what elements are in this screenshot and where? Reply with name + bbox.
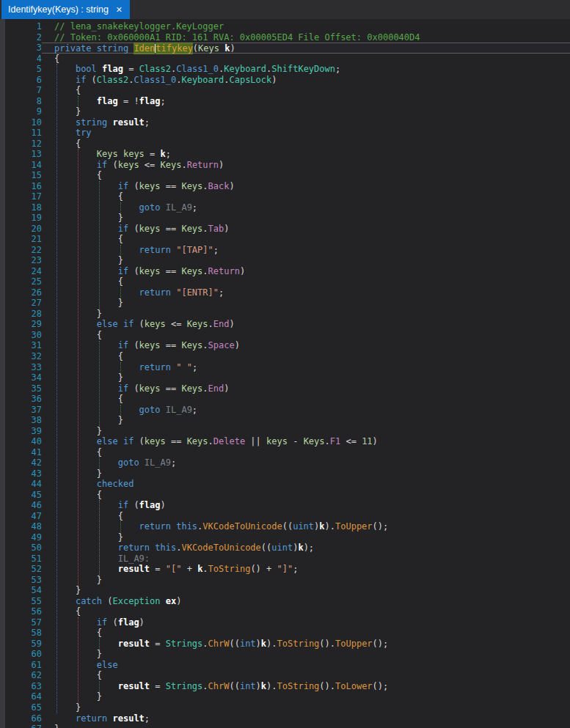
code-line-content: if (keys == Keys.Back) bbox=[42, 181, 570, 192]
code-token: ) bbox=[240, 266, 245, 276]
code-line-content: } bbox=[42, 724, 570, 728]
code-line-content: } bbox=[42, 702, 570, 713]
code-token bbox=[54, 128, 76, 138]
code-token: IL_A9: bbox=[118, 554, 150, 564]
line-number: 48 bbox=[0, 521, 42, 532]
line-number: 30 bbox=[0, 330, 42, 341]
code-line-content: else if (keys == Keys.Delete || keys - K… bbox=[42, 436, 570, 447]
code-line: 37 goto IL_A9; bbox=[0, 405, 570, 416]
code-token: ) bbox=[235, 340, 240, 350]
line-number: 41 bbox=[0, 447, 42, 458]
code-line-content: // lena_snakekeylogger.KeyLogger bbox=[42, 21, 570, 32]
code-token: this bbox=[176, 521, 197, 532]
code-token: Delete bbox=[213, 436, 245, 446]
code-token: result bbox=[113, 713, 145, 724]
code-line-content: } bbox=[42, 372, 570, 383]
code-token: if bbox=[118, 181, 128, 191]
code-token: ( bbox=[107, 617, 117, 628]
code-line: 51 IL_A9: bbox=[0, 554, 570, 565]
tab-close-icon[interactable]: ✕ bbox=[116, 5, 123, 15]
code-token: ToUpper bbox=[335, 521, 373, 532]
code-token: if bbox=[118, 266, 128, 276]
code-line: 19 } bbox=[0, 213, 570, 224]
code-token: = bbox=[145, 149, 161, 159]
code-token: } bbox=[54, 255, 123, 265]
line-number: 18 bbox=[0, 202, 42, 213]
code-token: { bbox=[54, 139, 81, 149]
code-token: ; bbox=[293, 564, 298, 574]
code-token: ToUpper bbox=[335, 639, 373, 649]
code-token: try bbox=[76, 128, 92, 138]
code-line: 31 if (keys == Keys.Space) bbox=[0, 340, 570, 351]
line-number: 35 bbox=[0, 383, 42, 394]
code-line-content: } bbox=[42, 255, 570, 266]
code-token: ) bbox=[224, 383, 229, 394]
code-token: ); bbox=[304, 543, 314, 553]
line-number: 46 bbox=[0, 500, 42, 511]
code-line-content: } bbox=[42, 426, 570, 437]
code-line: 50 return this.VKCodeToUnicode((uint)k); bbox=[0, 543, 570, 554]
code-token: int bbox=[240, 639, 256, 649]
code-token bbox=[54, 681, 118, 691]
code-token: ToString bbox=[277, 681, 320, 691]
code-token: Exception bbox=[112, 596, 160, 606]
code-token: Keys bbox=[304, 436, 325, 446]
line-number: 8 bbox=[0, 96, 42, 107]
code-token: = bbox=[123, 64, 139, 74]
code-line: 61 else bbox=[0, 660, 570, 671]
code-token: = bbox=[150, 681, 166, 691]
code-token: ( bbox=[128, 181, 139, 191]
code-line: 29 else if (keys <= Keys.End) bbox=[0, 319, 570, 330]
code-token: k bbox=[261, 639, 266, 649]
code-token: } bbox=[54, 415, 123, 425]
code-line-content: } bbox=[42, 691, 570, 702]
indent-guide bbox=[99, 341, 100, 426]
code-token: == bbox=[161, 224, 182, 234]
code-token: Strings bbox=[166, 639, 203, 649]
code-token: keys bbox=[139, 181, 161, 191]
code-token bbox=[54, 64, 76, 74]
code-token: result bbox=[118, 639, 150, 649]
code-token: " " bbox=[176, 362, 192, 372]
line-number: 39 bbox=[0, 426, 42, 437]
line-number: 52 bbox=[0, 564, 42, 575]
code-token: ToLower bbox=[335, 681, 373, 691]
code-line-content: { bbox=[42, 490, 570, 501]
line-number: 28 bbox=[0, 309, 42, 320]
code-token: ) bbox=[224, 224, 229, 234]
indent-guide bbox=[56, 64, 57, 713]
line-number: 57 bbox=[0, 617, 42, 628]
code-token: Keys bbox=[187, 436, 208, 446]
code-line-content: try bbox=[42, 128, 570, 139]
code-token: . bbox=[202, 340, 208, 350]
code-line-content: { bbox=[42, 394, 570, 405]
code-token: uint bbox=[293, 521, 314, 532]
code-token: Class1_0 bbox=[176, 64, 219, 74]
code-line: 46 if (flag) bbox=[0, 500, 570, 511]
code-token: keys bbox=[145, 436, 166, 446]
code-token: { bbox=[54, 191, 123, 202]
code-token: return bbox=[139, 521, 171, 532]
code-token: ; bbox=[192, 362, 197, 372]
code-token: ( bbox=[134, 319, 144, 329]
code-token: ( bbox=[86, 75, 96, 85]
code-token: ChrW bbox=[208, 681, 230, 691]
code-token: VKCodeToUnicode bbox=[181, 543, 260, 553]
code-token: == bbox=[161, 181, 182, 191]
code-token: ( bbox=[128, 340, 139, 350]
code-token: . bbox=[202, 181, 208, 191]
tab-identifykey[interactable]: Identifykey(Keys) : string ✕ bbox=[1, 0, 130, 19]
code-token: result bbox=[113, 117, 145, 128]
code-token bbox=[54, 96, 97, 106]
code-token: End bbox=[208, 383, 224, 394]
code-token: (); bbox=[373, 521, 389, 532]
code-editor[interactable]: 1// lena_snakekeylogger.KeyLogger2// Tok… bbox=[0, 19, 570, 728]
code-line: 7 { bbox=[0, 85, 570, 96]
code-line: 23 } bbox=[0, 255, 570, 266]
line-number: 29 bbox=[0, 319, 42, 330]
line-number: 33 bbox=[0, 362, 42, 373]
code-line-content: if (flag) bbox=[42, 617, 570, 628]
code-line: 35 if (keys == Keys.End) bbox=[0, 383, 570, 394]
code-token: result bbox=[118, 681, 150, 691]
indent-guide bbox=[99, 681, 100, 692]
